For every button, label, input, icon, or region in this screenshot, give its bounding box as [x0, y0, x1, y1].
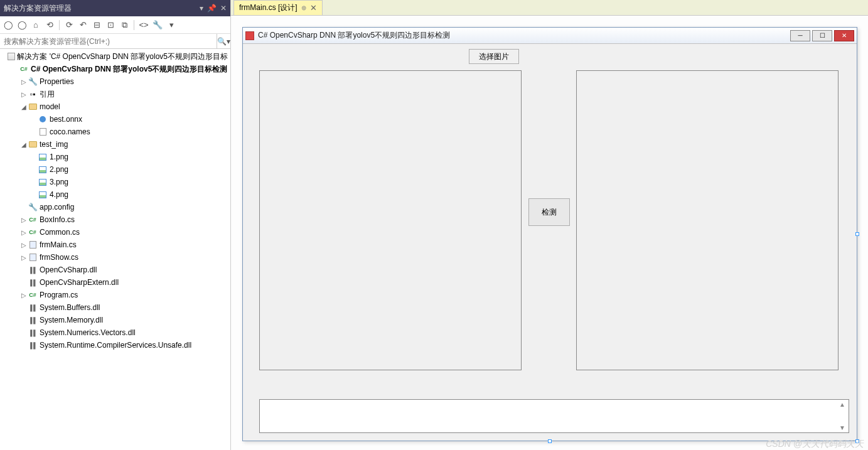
tree-node[interactable]: 3.png [0, 176, 230, 188]
tree-node-label: frmShow.cs [40, 253, 78, 262]
tree-node[interactable]: ∥∥System.Memory.dll [0, 314, 230, 326]
expand-icon[interactable]: ◢ [20, 104, 28, 110]
dll-icon: ∥∥ [28, 303, 38, 313]
tree-node-label: 2.png [50, 165, 68, 174]
expand-icon[interactable]: ▷ [20, 217, 28, 223]
back-icon[interactable]: ◯ [3, 19, 14, 31]
design-surface: C# OpenCvSharp DNN 部署yolov5不规则四边形目标检测 ─ … [231, 16, 868, 450]
csharp-icon: C# [28, 290, 38, 300]
tree-node-label: Properties [40, 77, 74, 86]
document-tabbar: frmMain.cs [设计] ⊕ ✕ [231, 0, 868, 16]
scroll-up-icon[interactable]: ▲ [839, 401, 845, 408]
tree-node[interactable]: ▷frmMain.cs [0, 238, 230, 251]
tree-node[interactable]: best.onnx [0, 113, 230, 126]
tree-node[interactable]: ∥∥System.Buffers.dll [0, 301, 230, 314]
solution-explorer-header: 解决方案资源管理器 ▾ 📌 ✕ [0, 0, 230, 16]
dropdown-icon[interactable]: ▾ [200, 4, 203, 13]
code-icon[interactable]: <> [138, 19, 149, 31]
expand-icon[interactable]: ▷ [20, 91, 28, 98]
tree-node[interactable]: ▷🔧Properties [0, 75, 230, 88]
tree-node-label: best.onnx [50, 115, 82, 124]
scroll-down-icon[interactable]: ▼ [839, 424, 845, 431]
form-title: C# OpenCvSharp DNN 部署yolov5不规则四边形目标检测 [258, 30, 788, 41]
picturebox-output[interactable] [576, 70, 839, 370]
dll-icon: ∥∥ [28, 328, 38, 338]
tree-node[interactable]: coco.names [0, 126, 230, 138]
tree-node[interactable]: ▷C#Program.cs [0, 289, 230, 301]
folder-icon [28, 139, 38, 149]
close-button[interactable]: ✕ [834, 30, 854, 41]
tree-node-label: Common.cs [40, 228, 80, 237]
expand-icon[interactable]: ▷ [20, 242, 28, 249]
panel-title: 解决方案资源管理器 [4, 3, 72, 14]
forward-icon[interactable]: ◯ [16, 19, 28, 31]
preview-icon[interactable]: ⊡ [105, 19, 116, 31]
tree-node-label: frmMain.cs [40, 240, 77, 249]
tree-node[interactable]: C#C# OpenCvSharp DNN 部署yolov5不规则四边形目标检测 [0, 63, 230, 75]
select-image-button[interactable]: 选择图片 [469, 49, 519, 64]
tab-close-icon[interactable]: ✕ [310, 3, 317, 13]
dll-icon: ∥∥ [28, 265, 38, 275]
tree-node[interactable]: 2.png [0, 163, 230, 176]
close-panel-icon[interactable]: ✕ [220, 4, 227, 13]
winform-designer[interactable]: C# OpenCvSharp DNN 部署yolov5不规则四边形目标检测 ─ … [242, 27, 857, 441]
tree-node-label: OpenCvSharp.dll [40, 265, 97, 274]
more-icon[interactable]: ▾ [166, 19, 177, 31]
sync-icon[interactable]: ⟲ [44, 19, 55, 31]
tree-node-label: 4.png [50, 190, 68, 199]
tree-node-label: 1.png [50, 153, 68, 161]
resize-handle-corner[interactable] [855, 439, 859, 443]
tree-node[interactable]: ▷C#Common.cs [0, 226, 230, 238]
minimize-button[interactable]: ─ [790, 30, 810, 41]
pin-icon[interactable]: 📌 [207, 4, 217, 13]
tab-frmmain-design[interactable]: frmMain.cs [设计] ⊕ ✕ [233, 0, 323, 15]
picturebox-input[interactable] [259, 70, 522, 370]
detect-button[interactable]: 检测 [528, 198, 570, 226]
tree-node-label: model [40, 102, 60, 111]
expand-icon[interactable]: ▷ [20, 229, 28, 236]
expand-icon[interactable]: ▷ [20, 254, 28, 261]
show-all-icon[interactable]: ⊟ [91, 19, 102, 31]
scrollbar[interactable]: ▲ ▼ [837, 401, 847, 431]
onnx-icon [38, 114, 48, 124]
properties-icon[interactable]: 🔧 [152, 19, 163, 31]
tree-node[interactable]: ∥∥OpenCvSharpExtern.dll [0, 276, 230, 289]
expand-icon[interactable]: ▷ [20, 78, 28, 85]
tree-node[interactable]: ◢test_img [0, 138, 230, 151]
expand-icon[interactable]: ▷ [20, 292, 28, 299]
form-body: 选择图片 检测 ▲ ▼ [243, 44, 857, 441]
tree-node-label: OpenCvSharpExtern.dll [40, 278, 119, 287]
tree-node[interactable]: ▷frmShow.cs [0, 251, 230, 264]
wrench-icon: 🔧 [28, 77, 38, 87]
tree-node[interactable]: 🔧app.config [0, 201, 230, 213]
tree-node[interactable]: ∥∥System.Numerics.Vectors.dll [0, 326, 230, 339]
collapse-icon[interactable]: ↶ [77, 19, 88, 31]
search-icon[interactable]: 🔍▾ [217, 34, 230, 48]
tree-node[interactable]: 4.png [0, 188, 230, 201]
tree-node[interactable]: ∥∥System.Runtime.CompilerServices.Unsafe… [0, 339, 230, 351]
tree-node-label: coco.names [50, 127, 90, 136]
tab-pin-icon[interactable]: ⊕ [301, 4, 306, 11]
resize-handle-right[interactable] [855, 232, 859, 236]
dll-icon: ∥∥ [28, 340, 38, 350]
resize-handle-bottom[interactable] [548, 439, 552, 443]
copy-icon[interactable]: ⧉ [119, 19, 130, 31]
tree-node[interactable]: 解决方案 'C# OpenCvSharp DNN 部署yolov5不规则四边形目… [0, 50, 230, 63]
tree-node[interactable]: ▷▫▪引用 [0, 88, 230, 100]
home-icon[interactable]: ⌂ [30, 19, 41, 31]
tree-node[interactable]: ∥∥OpenCvSharp.dll [0, 264, 230, 276]
wrench-icon: 🔧 [28, 202, 38, 212]
tree-node-label: System.Memory.dll [40, 316, 103, 324]
tree-node[interactable]: ▷C#BoxInfo.cs [0, 213, 230, 226]
folder-icon [28, 102, 38, 112]
tree-node[interactable]: ◢model [0, 100, 230, 113]
tree-node-label: C# OpenCvSharp DNN 部署yolov5不规则四边形目标检测 [31, 64, 227, 75]
tree-node[interactable]: 1.png [0, 151, 230, 163]
expand-icon[interactable]: ◢ [20, 141, 28, 148]
tree-node-label: Program.cs [40, 291, 78, 299]
output-textbox[interactable]: ▲ ▼ [259, 399, 849, 433]
refresh-icon[interactable]: ⟳ [63, 19, 75, 31]
search-input[interactable] [0, 35, 217, 48]
maximize-button[interactable]: ☐ [812, 30, 832, 41]
references-icon: ▫▪ [28, 89, 38, 99]
